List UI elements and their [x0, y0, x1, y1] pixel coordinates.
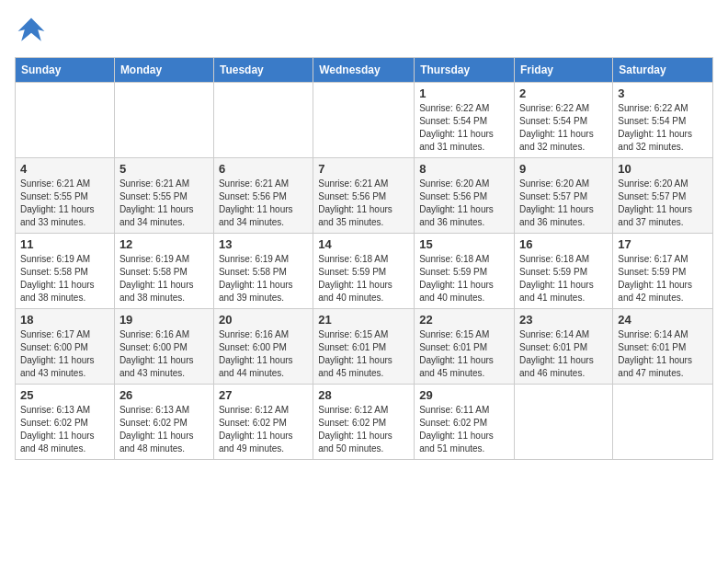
calendar-cell: 27Sunrise: 6:12 AM Sunset: 6:02 PM Dayli… — [213, 385, 313, 460]
calendar-cell: 19Sunrise: 6:16 AM Sunset: 6:00 PM Dayli… — [114, 309, 213, 385]
col-header-monday: Monday — [114, 58, 213, 83]
col-header-friday: Friday — [515, 58, 613, 83]
day-content: Sunrise: 6:21 AM Sunset: 5:56 PM Dayligh… — [219, 178, 308, 229]
calendar-cell — [613, 385, 713, 460]
calendar-week-4: 25Sunrise: 6:13 AM Sunset: 6:02 PM Dayli… — [16, 385, 713, 460]
day-content: Sunrise: 6:22 AM Sunset: 5:54 PM Dayligh… — [419, 102, 509, 154]
day-number: 8 — [419, 162, 509, 176]
day-number: 11 — [20, 237, 109, 251]
day-content: Sunrise: 6:18 AM Sunset: 5:59 PM Dayligh… — [318, 253, 409, 304]
col-header-wednesday: Wednesday — [313, 58, 415, 83]
day-content: Sunrise: 6:17 AM Sunset: 6:00 PM Dayligh… — [20, 328, 109, 380]
col-header-sunday: Sunday — [16, 58, 115, 83]
day-content: Sunrise: 6:14 AM Sunset: 6:01 PM Dayligh… — [618, 328, 708, 380]
calendar-cell: 28Sunrise: 6:12 AM Sunset: 6:02 PM Dayli… — [313, 385, 415, 460]
calendar-cell — [515, 385, 613, 460]
day-content: Sunrise: 6:16 AM Sunset: 6:00 PM Dayligh… — [219, 328, 308, 380]
day-content: Sunrise: 6:15 AM Sunset: 6:01 PM Dayligh… — [419, 328, 509, 380]
day-number: 2 — [519, 86, 608, 100]
calendar-table: SundayMondayTuesdayWednesdayThursdayFrid… — [15, 57, 713, 460]
calendar-cell: 1Sunrise: 6:22 AM Sunset: 5:54 PM Daylig… — [415, 83, 515, 158]
calendar-cell: 10Sunrise: 6:20 AM Sunset: 5:57 PM Dayli… — [613, 158, 713, 234]
day-content: Sunrise: 6:19 AM Sunset: 5:58 PM Dayligh… — [119, 253, 209, 304]
day-number: 12 — [119, 237, 209, 251]
day-number: 16 — [519, 237, 608, 251]
calendar-cell: 11Sunrise: 6:19 AM Sunset: 5:58 PM Dayli… — [16, 234, 115, 309]
day-number: 13 — [219, 237, 308, 251]
day-number: 24 — [618, 313, 708, 327]
day-number: 25 — [20, 388, 109, 402]
day-content: Sunrise: 6:13 AM Sunset: 6:02 PM Dayligh… — [20, 404, 109, 455]
calendar-cell: 14Sunrise: 6:18 AM Sunset: 5:59 PM Dayli… — [313, 234, 415, 309]
svg-marker-0 — [18, 18, 45, 41]
day-number: 4 — [20, 162, 109, 176]
col-header-saturday: Saturday — [613, 58, 713, 83]
col-header-tuesday: Tuesday — [213, 58, 313, 83]
day-number: 29 — [419, 388, 509, 402]
day-content: Sunrise: 6:19 AM Sunset: 5:58 PM Dayligh… — [219, 253, 308, 304]
calendar-cell — [313, 83, 415, 158]
logo-bird-icon — [15, 15, 48, 48]
day-number: 5 — [119, 162, 209, 176]
day-content: Sunrise: 6:18 AM Sunset: 5:59 PM Dayligh… — [519, 253, 608, 304]
calendar-cell: 22Sunrise: 6:15 AM Sunset: 6:01 PM Dayli… — [415, 309, 515, 385]
calendar-cell: 18Sunrise: 6:17 AM Sunset: 6:00 PM Dayli… — [16, 309, 115, 385]
calendar-cell — [16, 83, 115, 158]
day-content: Sunrise: 6:13 AM Sunset: 6:02 PM Dayligh… — [119, 404, 209, 455]
day-number: 27 — [219, 388, 308, 402]
day-number: 21 — [318, 313, 409, 327]
calendar-cell: 26Sunrise: 6:13 AM Sunset: 6:02 PM Dayli… — [114, 385, 213, 460]
header — [15, 15, 713, 48]
day-content: Sunrise: 6:15 AM Sunset: 6:01 PM Dayligh… — [318, 328, 409, 380]
day-number: 22 — [419, 313, 509, 327]
logo — [15, 15, 51, 48]
calendar-week-1: 4Sunrise: 6:21 AM Sunset: 5:55 PM Daylig… — [16, 158, 713, 234]
calendar-week-3: 18Sunrise: 6:17 AM Sunset: 6:00 PM Dayli… — [16, 309, 713, 385]
calendar-cell — [114, 83, 213, 158]
calendar-cell: 4Sunrise: 6:21 AM Sunset: 5:55 PM Daylig… — [16, 158, 115, 234]
day-content: Sunrise: 6:16 AM Sunset: 6:00 PM Dayligh… — [119, 328, 209, 380]
day-content: Sunrise: 6:11 AM Sunset: 6:02 PM Dayligh… — [419, 404, 509, 455]
calendar-cell: 2Sunrise: 6:22 AM Sunset: 5:54 PM Daylig… — [515, 83, 613, 158]
calendar-cell: 24Sunrise: 6:14 AM Sunset: 6:01 PM Dayli… — [613, 309, 713, 385]
calendar-header-row: SundayMondayTuesdayWednesdayThursdayFrid… — [16, 58, 713, 83]
calendar-cell: 17Sunrise: 6:17 AM Sunset: 5:59 PM Dayli… — [613, 234, 713, 309]
day-content: Sunrise: 6:18 AM Sunset: 5:59 PM Dayligh… — [419, 253, 509, 304]
day-number: 18 — [20, 313, 109, 327]
calendar-cell: 7Sunrise: 6:21 AM Sunset: 5:56 PM Daylig… — [313, 158, 415, 234]
calendar-week-2: 11Sunrise: 6:19 AM Sunset: 5:58 PM Dayli… — [16, 234, 713, 309]
col-header-thursday: Thursday — [415, 58, 515, 83]
day-number: 7 — [318, 162, 409, 176]
calendar-cell: 20Sunrise: 6:16 AM Sunset: 6:00 PM Dayli… — [213, 309, 313, 385]
calendar-cell: 6Sunrise: 6:21 AM Sunset: 5:56 PM Daylig… — [213, 158, 313, 234]
calendar-cell: 15Sunrise: 6:18 AM Sunset: 5:59 PM Dayli… — [415, 234, 515, 309]
day-content: Sunrise: 6:12 AM Sunset: 6:02 PM Dayligh… — [219, 404, 308, 455]
day-content: Sunrise: 6:12 AM Sunset: 6:02 PM Dayligh… — [318, 404, 409, 455]
day-content: Sunrise: 6:20 AM Sunset: 5:57 PM Dayligh… — [519, 178, 608, 229]
calendar-body: 1Sunrise: 6:22 AM Sunset: 5:54 PM Daylig… — [16, 83, 713, 460]
day-content: Sunrise: 6:17 AM Sunset: 5:59 PM Dayligh… — [618, 253, 708, 304]
calendar-week-0: 1Sunrise: 6:22 AM Sunset: 5:54 PM Daylig… — [16, 83, 713, 158]
day-number: 1 — [419, 86, 509, 100]
day-content: Sunrise: 6:22 AM Sunset: 5:54 PM Dayligh… — [618, 102, 708, 154]
day-content: Sunrise: 6:21 AM Sunset: 5:56 PM Dayligh… — [318, 178, 409, 229]
day-number: 9 — [519, 162, 608, 176]
day-content: Sunrise: 6:22 AM Sunset: 5:54 PM Dayligh… — [519, 102, 608, 154]
day-number: 26 — [119, 388, 209, 402]
day-content: Sunrise: 6:14 AM Sunset: 6:01 PM Dayligh… — [519, 328, 608, 380]
calendar-cell — [213, 83, 313, 158]
day-content: Sunrise: 6:21 AM Sunset: 5:55 PM Dayligh… — [119, 178, 209, 229]
calendar-cell: 23Sunrise: 6:14 AM Sunset: 6:01 PM Dayli… — [515, 309, 613, 385]
calendar-cell: 5Sunrise: 6:21 AM Sunset: 5:55 PM Daylig… — [114, 158, 213, 234]
day-number: 15 — [419, 237, 509, 251]
day-content: Sunrise: 6:21 AM Sunset: 5:55 PM Dayligh… — [20, 178, 109, 229]
day-number: 6 — [219, 162, 308, 176]
calendar-cell: 3Sunrise: 6:22 AM Sunset: 5:54 PM Daylig… — [613, 83, 713, 158]
calendar-cell: 12Sunrise: 6:19 AM Sunset: 5:58 PM Dayli… — [114, 234, 213, 309]
calendar-cell: 29Sunrise: 6:11 AM Sunset: 6:02 PM Dayli… — [415, 385, 515, 460]
day-number: 28 — [318, 388, 409, 402]
day-number: 3 — [618, 86, 708, 100]
day-number: 10 — [618, 162, 708, 176]
day-content: Sunrise: 6:20 AM Sunset: 5:57 PM Dayligh… — [618, 178, 708, 229]
calendar-cell: 8Sunrise: 6:20 AM Sunset: 5:56 PM Daylig… — [415, 158, 515, 234]
